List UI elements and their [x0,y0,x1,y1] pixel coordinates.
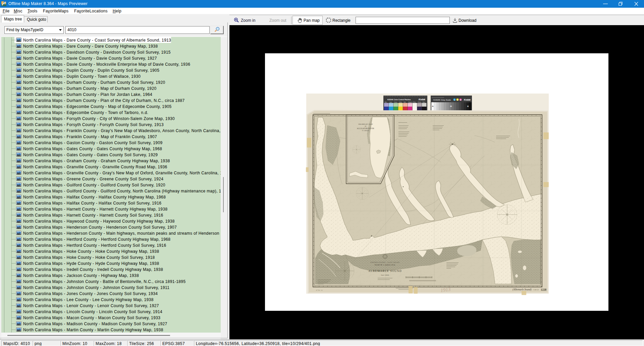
svg-text:1228: 1228 [541,288,546,291]
svg-text:Scale 1:80000: Scale 1:80000 [381,274,389,276]
svg-text:Blue: Blue [385,102,387,103]
svg-text:Black: Black [423,102,425,103]
svg-text:Green: Green [394,102,397,103]
svg-text:Magenta: Magenta [409,102,413,103]
svg-text:Kodak: Kodak [464,99,471,101]
svg-text:OF: OF [365,126,367,127]
svg-text:(Albemarle Sound): (Albemarle Sound) [513,288,532,291]
svg-text:Red: Red [404,102,406,103]
svg-text:PRELIMINARY CHART: PRELIMINARY CHART [358,123,373,125]
svg-text:A: A [432,105,434,107]
svg-text:47 Eb. 14: 47 Eb. 14 [316,289,323,291]
svg-text:Yellow: Yellow [399,102,402,103]
svg-text:M: M [460,99,462,101]
svg-text:ALBEMARLE SOUND: ALBEMARLE SOUND [368,269,402,273]
svg-text:C: C [454,99,455,101]
svg-text:Cyan: Cyan [389,102,392,103]
svg-text:UNITED STATES - EAST COAST: UNITED STATES - EAST COAST [370,262,399,263]
svg-text:NORTH CAROLINA: NORTH CAROLINA [375,264,395,266]
svg-text:3/Color: 3/Color [418,102,422,103]
svg-text:KODAK Gray Scale: KODAK Gray Scale [433,99,451,101]
svg-text:Kodak: Kodak [419,98,425,101]
svg-text:KODAK Color Control Patches: KODAK Color Control Patches [387,99,411,101]
svg-text:B: B [467,105,469,107]
svg-text:O: O [457,99,459,101]
svg-text:N. CAROLINA: N. CAROLINA [362,130,369,131]
svg-text:C&GS: C&GS [533,288,539,291]
svg-text:ALLIGATOR RIVER: ALLIGATOR RIVER [357,127,374,129]
svg-text:White: White [413,102,416,103]
svg-text:M: M [450,105,452,107]
